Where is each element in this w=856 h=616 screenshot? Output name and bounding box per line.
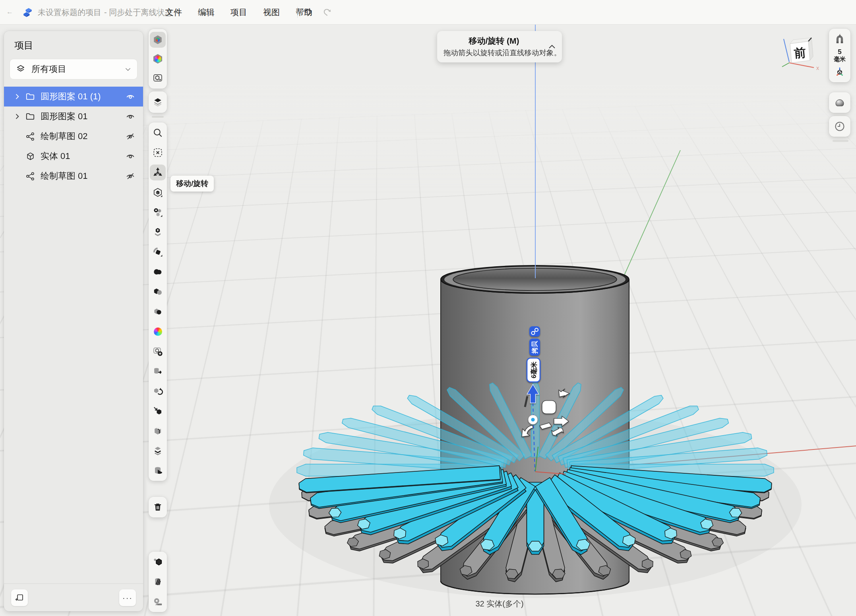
view-cube[interactable]: 前 x xyxy=(780,34,823,76)
paint-color-wheel-icon xyxy=(154,327,162,336)
push-button[interactable] xyxy=(150,403,166,419)
subtract-button[interactable] xyxy=(150,284,166,300)
union-button[interactable] xyxy=(150,264,166,280)
folder-icon xyxy=(24,91,37,102)
item-row-folder[interactable]: 圆形图案 01 xyxy=(4,107,143,126)
measure-button[interactable] xyxy=(150,594,166,610)
menu-file[interactable]: 文件 xyxy=(165,7,182,18)
snap-settings-group: 5 毫米 xyxy=(829,29,850,82)
replace-button[interactable] xyxy=(150,383,166,399)
offset-button[interactable] xyxy=(150,443,166,459)
split-button[interactable] xyxy=(150,463,166,478)
history-group xyxy=(829,116,850,137)
grid-size-unit: 毫米 xyxy=(834,56,846,63)
color-wheel-button[interactable] xyxy=(150,51,166,67)
items-sidebar: 项目 所有项目 圆形图案 01 (1) 圆形图案 01 xyxy=(4,31,143,611)
item-row-sketch[interactable]: 绘制草图 02 xyxy=(4,126,143,146)
material-button[interactable] xyxy=(150,554,166,570)
distance-badge[interactable]: 6毫米 xyxy=(527,358,540,382)
section-button[interactable] xyxy=(150,574,166,590)
visibility-eye-icon[interactable] xyxy=(125,151,136,161)
folder-icon xyxy=(24,111,37,122)
color-wheel-icon xyxy=(153,54,163,64)
gizmo-center-dot xyxy=(531,418,535,421)
search-button[interactable] xyxy=(150,125,166,141)
export-box-button[interactable] xyxy=(150,70,166,86)
visibility-eye-icon[interactable] xyxy=(125,92,136,101)
paint-button[interactable] xyxy=(150,323,166,339)
sketch-icon xyxy=(24,132,37,141)
grid-size-value: 5 xyxy=(834,48,846,56)
grid-size-display[interactable]: 5 毫米 xyxy=(834,48,846,62)
chevron-right-icon[interactable] xyxy=(10,93,24,101)
sketch-icon xyxy=(24,171,37,181)
menu-view[interactable]: 视图 xyxy=(263,7,280,18)
intersect-button[interactable] xyxy=(150,304,166,320)
view-cube-face-label[interactable]: 前 xyxy=(794,46,807,60)
document-title[interactable]: 未设置标题的项目 - 同步处于离线状态 xyxy=(38,0,182,25)
visibility-eye-icon[interactable] xyxy=(125,112,136,121)
inspect-tools-group xyxy=(149,552,167,612)
menu-project[interactable]: 项目 xyxy=(230,7,247,18)
item-row-folder-selected[interactable]: 圆形图案 01 (1) xyxy=(4,87,143,107)
item-row-sketch[interactable]: 绘制草图 01 xyxy=(4,166,143,186)
menu-edit[interactable]: 编辑 xyxy=(198,7,215,18)
add-item-button[interactable] xyxy=(11,589,28,606)
layers-icon xyxy=(153,97,163,107)
snap-magnet-button[interactable] xyxy=(832,31,848,47)
items-filter-label: 所有项目 xyxy=(31,63,119,75)
hint-title: 移动/旋转 (M) xyxy=(443,35,544,46)
revolve-button[interactable] xyxy=(150,244,166,260)
extrude-button[interactable] xyxy=(150,224,166,240)
copy-badge-label: 拷贝 xyxy=(531,341,538,354)
items-list: 圆形图案 01 (1) 圆形图案 01 绘制草图 02 xyxy=(4,87,143,186)
items-filter-dropdown[interactable]: 所有项目 xyxy=(10,59,138,79)
history-divider xyxy=(297,7,298,18)
sync-status-text: - 同步处于离线状态 xyxy=(104,7,172,18)
all-items-icon xyxy=(15,64,26,74)
sidebar-footer: ··· xyxy=(4,583,143,611)
pattern-button[interactable] xyxy=(150,204,166,220)
layers-button[interactable] xyxy=(150,94,166,110)
panel-drag-handle[interactable] xyxy=(833,140,848,142)
body-cube-icon xyxy=(24,151,37,161)
app-logo-icon xyxy=(22,7,33,18)
more-options-button[interactable]: ··· xyxy=(119,589,136,606)
visibility-eye-off-icon[interactable] xyxy=(125,171,136,181)
shading-sphere-button[interactable] xyxy=(832,95,848,110)
sidebar-title: 项目 xyxy=(4,31,143,52)
axis-orientation-button[interactable] xyxy=(832,64,848,80)
layers-group xyxy=(149,91,167,113)
chevron-up-icon[interactable] xyxy=(547,42,557,52)
add-body-button[interactable] xyxy=(150,343,166,359)
trash-button[interactable] xyxy=(150,499,166,515)
free-move-handle[interactable] xyxy=(542,401,556,414)
item-row-body[interactable]: 实体 01 xyxy=(4,146,143,166)
deselect-button[interactable] xyxy=(150,145,166,161)
chevron-down-icon xyxy=(124,66,132,73)
undo-button[interactable] xyxy=(301,5,316,19)
x-axis-label: x xyxy=(816,65,819,71)
item-label: 绘制草图 01 xyxy=(41,170,125,182)
delete-group xyxy=(149,497,167,517)
document-title-text: 未设置标题的项目 xyxy=(38,7,101,18)
history-clock-button[interactable] xyxy=(832,118,848,134)
shell-button[interactable] xyxy=(150,423,166,439)
back-icon[interactable]: ← xyxy=(6,8,13,16)
item-label: 绘制草图 02 xyxy=(41,130,125,142)
modeling-tools-group xyxy=(149,122,167,481)
rgb-cube-button[interactable] xyxy=(150,32,166,48)
item-label: 实体 01 xyxy=(41,150,125,162)
align-button[interactable] xyxy=(150,184,166,200)
visibility-eye-off-icon[interactable] xyxy=(125,132,136,141)
distance-badge-label: 6毫米 xyxy=(530,361,537,378)
move-rotate-button[interactable] xyxy=(150,165,166,180)
link-badge[interactable] xyxy=(529,326,540,337)
redo-button[interactable] xyxy=(320,5,334,19)
copy-badge[interactable]: 拷贝 xyxy=(529,339,540,356)
export-body-button[interactable] xyxy=(150,363,166,379)
chevron-right-icon[interactable] xyxy=(10,112,24,120)
selection-status: 32 实体(多个) xyxy=(143,599,856,609)
toolbar-divider xyxy=(152,116,164,118)
active-tool-tooltip: 移动/旋转 xyxy=(170,176,214,192)
